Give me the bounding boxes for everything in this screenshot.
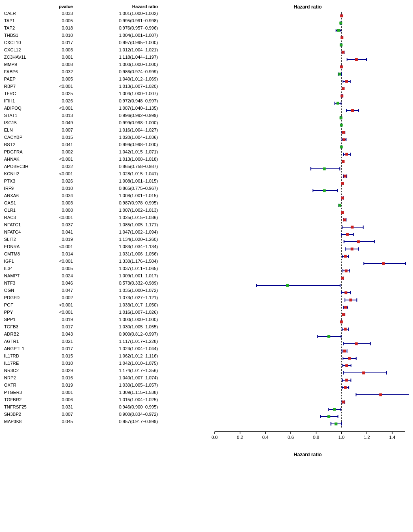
hr-cell: 1.012(1.004−1.021)	[81, 46, 162, 53]
hr-cell: 1.013(1.008−1.018)	[81, 155, 162, 163]
svg-rect-80	[345, 153, 348, 156]
gene-cell: NFATC4	[4, 228, 49, 236]
table-row: CALR 0.033 1.001(1.000−1.002)	[4, 10, 206, 17]
hr-cell: 1.007(1.002−1.013)	[81, 206, 162, 214]
svg-rect-24	[342, 51, 345, 54]
hr-cell: 1.062(1.012−1.116)	[81, 352, 162, 360]
gene-cell: IL17RD	[4, 352, 49, 360]
gene-cell: ANGPTL1	[4, 345, 49, 352]
gene-cell: NRP2	[4, 374, 49, 381]
table-row: TFRC 0.025 1.004(1.000−1.007)	[4, 90, 206, 97]
svg-rect-96	[341, 182, 344, 185]
pvalue-cell: <0.001	[49, 104, 81, 112]
pvalue-cell: 0.007	[49, 411, 81, 418]
pvalue-cell: 0.003	[49, 199, 81, 206]
left-panel: pvalue Hazard ratio CALR 0.033 1.001(1.0…	[4, 4, 206, 458]
svg-text:1.2: 1.2	[364, 435, 370, 440]
pvalue-cell: 0.045	[49, 418, 81, 425]
axis-label: Hazard ratio	[206, 452, 409, 458]
table-row: CXCL10 0.017 0.997(0.995−1.000)	[4, 39, 206, 46]
pvalue-cell: 0.010	[49, 32, 81, 39]
svg-rect-228	[334, 423, 337, 426]
table-row: ISG15 0.049 0.999(0.998−1.000)	[4, 119, 206, 126]
pvalue-cell: 0.001	[49, 53, 81, 61]
gene-cell: ELN	[4, 126, 49, 134]
pvalue-col-header: pvalue	[49, 4, 81, 9]
gene-cell: PAEP	[4, 75, 49, 83]
table-row: ZC3HAV1L 0.001 1.118(1.044−1.197)	[4, 53, 206, 61]
pvalue-cell: 0.018	[49, 24, 81, 32]
pvalue-cell: 0.034	[49, 192, 81, 199]
pvalue-cell: 0.043	[49, 330, 81, 338]
hr-cell: 1.047(1.002−1.094)	[81, 228, 162, 236]
svg-rect-32	[340, 66, 343, 68]
table-row: AHNAK <0.001 1.013(1.008−1.018)	[4, 155, 206, 163]
table-row: NAMPT 0.024 1.009(1.001−1.017)	[4, 272, 206, 279]
table-row: CACYBP 0.015 1.020(1.004−1.036)	[4, 134, 206, 141]
svg-rect-48	[341, 95, 343, 98]
hr-cell: 1.025(1.015−1.036)	[81, 214, 162, 221]
svg-rect-84	[342, 160, 345, 163]
table-row: IL34 0.005 1.037(1.011−1.065)	[4, 265, 206, 272]
table-row: ADIPOQ <0.001 1.087(1.040−1.135)	[4, 104, 206, 112]
gene-cell: IL17RE	[4, 360, 49, 367]
forest-title: Hazard ratio	[206, 4, 409, 11]
pvalue-cell: <0.001	[49, 155, 81, 163]
hr-cell: 1.013(1.007−1.020)	[81, 83, 162, 90]
svg-rect-172	[340, 321, 343, 323]
table-row: NFATC4 0.041 1.047(1.002−1.094)	[4, 228, 206, 236]
svg-rect-148	[341, 277, 344, 280]
pvalue-cell: 0.021	[49, 338, 81, 345]
pvalue-cell: <0.001	[49, 170, 81, 177]
table-row: IRF9 0.010 0.865(0.775−0.967)	[4, 185, 206, 192]
gene-cell: CACYBP	[4, 134, 49, 141]
table-row: OLR1 0.008 1.007(1.002−1.013)	[4, 206, 206, 214]
svg-rect-192	[348, 357, 351, 360]
forest-panel: Hazard ratio 0.00.20.40.60.81.01.21.4 Ha…	[206, 4, 409, 458]
table-row: ELN 0.007 1.016(1.004−1.027)	[4, 126, 206, 134]
pvalue-cell: 0.031	[49, 403, 81, 411]
pvalue-cell: 0.037	[49, 221, 81, 228]
table-row: PPY <0.001 1.016(1.007−1.026)	[4, 309, 206, 316]
gene-cell: IRF9	[4, 185, 49, 192]
svg-rect-156	[345, 292, 347, 294]
gene-cell: TFRC	[4, 90, 49, 97]
pvalue-cell: <0.001	[49, 309, 81, 316]
gene-cell: NFATC1	[4, 221, 49, 228]
table-row: SH3BP2 0.007 0.900(0.834−0.972)	[4, 411, 206, 418]
gene-cell: RAC3	[4, 214, 49, 221]
table-row: PAEP 0.005 1.040(1.012−1.069)	[4, 75, 206, 83]
hr-cell: 0.946(0.900−0.995)	[81, 403, 162, 411]
hr-cell: 1.031(1.006−1.056)	[81, 250, 162, 257]
hr-cell: 1.174(1.017−1.356)	[81, 367, 162, 374]
svg-text:1.4: 1.4	[389, 435, 395, 440]
table-row: MAP3K8 0.045 0.957(0.917−0.999)	[4, 418, 206, 425]
pvalue-cell: 0.041	[49, 228, 81, 236]
gene-cell: IGF1	[4, 257, 49, 265]
table-row: PTX3 0.026 1.008(1.001−1.015)	[4, 177, 206, 185]
hr-cell: 1.004(1.001−1.007)	[81, 32, 162, 39]
hr-cell: 1.030(1.005−1.057)	[81, 381, 162, 389]
table-row: PDGFRA 0.002 1.042(1.015−1.071)	[4, 148, 206, 155]
pvalue-cell: 0.019	[49, 236, 81, 243]
svg-rect-184	[355, 343, 358, 345]
gene-cell: IL34	[4, 265, 49, 272]
gene-cell: PGF	[4, 301, 49, 309]
gene-cell: NR3C2	[4, 367, 49, 374]
gene-cell: CMTM8	[4, 250, 49, 257]
gene-cell: AGTR1	[4, 338, 49, 345]
svg-rect-224	[328, 415, 330, 418]
pvalue-cell: <0.001	[49, 257, 81, 265]
svg-rect-116	[343, 219, 346, 221]
gene-cell: PDGFRA	[4, 148, 49, 155]
svg-rect-176	[344, 328, 347, 331]
gene-cell: CXCL12	[4, 46, 49, 53]
svg-rect-188	[343, 350, 346, 353]
pvalue-cell: 0.015	[49, 134, 81, 141]
svg-rect-76	[340, 146, 343, 149]
gene-cell: AHNAK	[4, 155, 49, 163]
pvalue-cell: 0.017	[49, 39, 81, 46]
table-body: CALR 0.033 1.001(1.000−1.002) TAP1 0.005…	[4, 10, 206, 425]
hr-cell: 1.015(1.004−1.025)	[81, 396, 162, 403]
table-row: EDNRA <0.001 1.083(1.034−1.134)	[4, 243, 206, 250]
